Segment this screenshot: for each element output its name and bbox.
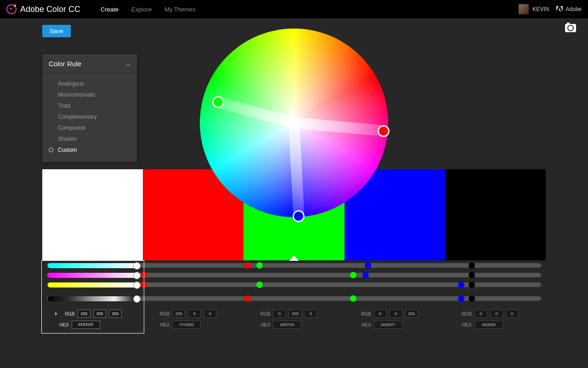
hex-label: HEX: [156, 322, 170, 328]
adobe-label: Adobe: [565, 6, 582, 12]
color-rule-header[interactable]: Color Rule ︽: [42, 54, 137, 74]
slider-handle[interactable]: [469, 262, 475, 269]
rgb-value-input[interactable]: 255: [288, 310, 301, 318]
gradient-track[interactable]: [48, 273, 137, 278]
slider-row-3: [42, 294, 546, 303]
swatch-white[interactable]: [42, 169, 143, 260]
slider-row-0: [42, 261, 546, 270]
rule-item-custom[interactable]: Custom: [42, 144, 137, 155]
wheel-handle-blue[interactable]: [293, 210, 305, 222]
hex-value-input[interactable]: FFFFFF: [72, 321, 100, 329]
rgb-value-input[interactable]: 0: [475, 310, 487, 318]
chevron-up-icon: ︽: [126, 61, 130, 67]
slider-handle[interactable]: [458, 282, 464, 288]
triangle-right-icon: [55, 312, 57, 316]
hex-label: HEX: [357, 322, 371, 328]
readout-col-1: RGB25500HEXFF0000: [143, 304, 243, 332]
adobe-brand[interactable]: Adobe: [556, 6, 582, 12]
app-title: Adobe Color CC: [20, 5, 80, 14]
slider-handle[interactable]: [141, 272, 147, 278]
slider-handle[interactable]: [133, 295, 141, 303]
readout-col-0: RGB255255255HEXFFFFFF: [42, 304, 143, 332]
rgb-value-input[interactable]: 0: [390, 310, 402, 318]
gradient-track[interactable]: [48, 296, 137, 301]
rule-item-triad[interactable]: Triad: [42, 100, 137, 111]
swatch-black[interactable]: [445, 169, 546, 260]
app-logo: Adobe Color CC: [6, 4, 80, 14]
rgb-value-input[interactable]: 0: [506, 310, 519, 318]
wheel-handle-green[interactable]: [212, 96, 224, 108]
slider-handle[interactable]: [244, 262, 251, 269]
rule-item-complementary[interactable]: Complementary: [42, 111, 137, 122]
rule-item-compound[interactable]: Compound: [42, 122, 137, 133]
rgb-value-input[interactable]: 0: [273, 310, 286, 318]
slider-handle[interactable]: [141, 282, 147, 288]
rule-item-monochromatic[interactable]: Monochromatic: [42, 89, 137, 100]
rgb-value-input[interactable]: 255: [78, 310, 90, 318]
wheel-handle-white-center[interactable]: [291, 120, 297, 126]
rgb-label: RGB: [156, 311, 170, 316]
slider-handle[interactable]: [350, 272, 356, 278]
main-nav: Create Explore My Themes: [101, 6, 196, 13]
slider-handle[interactable]: [362, 272, 369, 278]
readout-col-2: RGB02550HEX00FF00: [243, 304, 344, 332]
user-menu[interactable]: KEVIN: [519, 4, 549, 14]
slider-handle[interactable]: [365, 262, 371, 269]
wheel-handle-red[interactable]: [378, 125, 390, 137]
gradient-track[interactable]: [48, 263, 137, 268]
hex-value-input[interactable]: 000000: [475, 321, 503, 329]
slider-handle[interactable]: [133, 262, 141, 270]
rule-item-analogous[interactable]: Analogous: [42, 78, 137, 89]
rgb-label: RGB: [357, 311, 371, 316]
hex-value-input[interactable]: 00FF00: [273, 321, 301, 329]
nav-create[interactable]: Create: [101, 6, 119, 13]
slider-handle[interactable]: [469, 272, 475, 278]
color-rule-panel: Color Rule ︽ AnalogousMonochromaticTriad…: [42, 54, 137, 162]
nav-explore[interactable]: Explore: [131, 6, 152, 13]
rgb-value-input[interactable]: 0: [204, 310, 216, 318]
slider-handle[interactable]: [133, 272, 141, 279]
rgb-value-input[interactable]: 255: [109, 310, 122, 318]
rgb-value-input[interactable]: 0: [304, 310, 317, 318]
camera-button[interactable]: [565, 24, 576, 32]
slider-handle[interactable]: [350, 295, 356, 302]
slider-handle[interactable]: [256, 282, 263, 288]
readout-row: RGB255255255HEXFFFFFFRGB25500HEXFF0000RG…: [42, 304, 546, 332]
slider-handle[interactable]: [469, 282, 475, 288]
wheel-spoke: [216, 97, 295, 128]
slider-handle[interactable]: [458, 295, 464, 302]
wheel-spoke: [294, 117, 385, 136]
rgb-value-input[interactable]: 0: [374, 310, 387, 318]
slider-row-1: [42, 271, 546, 279]
readout-col-4: RGB000HEX000000: [445, 304, 546, 332]
color-rule-list: AnalogousMonochromaticTriadComplementary…: [42, 74, 137, 162]
readout-col-3: RGB00255HEX0000FF: [345, 304, 445, 332]
base-color-marker: [289, 255, 299, 261]
slider-handle[interactable]: [469, 295, 475, 302]
slider-handle[interactable]: [133, 282, 141, 289]
hex-value-input[interactable]: FF0000: [172, 321, 201, 329]
rgb-value-input[interactable]: 255: [405, 310, 418, 318]
adobe-icon: [556, 6, 563, 12]
slider-handle[interactable]: [256, 262, 263, 269]
hex-label: HEX: [55, 322, 69, 328]
slider-handle[interactable]: [244, 295, 251, 302]
top-bar: Adobe Color CC Create Explore My Themes …: [0, 0, 588, 18]
rgb-label: RGB: [256, 311, 270, 316]
gradient-track[interactable]: [48, 282, 137, 288]
rule-item-shades[interactable]: Shades: [42, 133, 137, 144]
hex-label: HEX: [458, 322, 472, 328]
rgb-label: RGB: [458, 311, 472, 316]
hex-label: HEX: [256, 322, 270, 328]
slider-row-2: [42, 281, 546, 289]
user-name: KEVIN: [532, 6, 549, 12]
rgb-value-input[interactable]: 255: [172, 310, 185, 318]
rgb-value-input[interactable]: 0: [490, 310, 503, 318]
rgb-value-input[interactable]: 255: [93, 310, 106, 318]
rgb-value-input[interactable]: 0: [188, 310, 201, 318]
nav-my-themes[interactable]: My Themes: [164, 6, 196, 13]
color-wheel[interactable]: [200, 29, 388, 217]
save-button[interactable]: Save: [42, 25, 71, 37]
hex-value-input[interactable]: 0000FF: [374, 321, 402, 329]
color-rule-title: Color Rule: [49, 60, 81, 68]
